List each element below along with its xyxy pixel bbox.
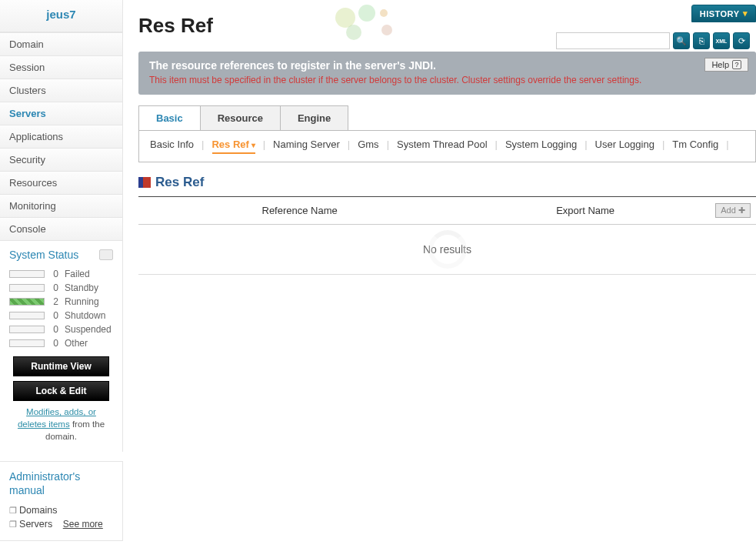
subtab-basic-info[interactable]: Basic Info	[150, 139, 194, 154]
subtab-bar: Basic Info| Res Ref| Naming Server| Gms|…	[138, 130, 756, 162]
status-shutdown: 0Shutdown	[9, 309, 113, 322]
plus-icon: ✚	[738, 206, 745, 216]
search-icon[interactable]: 🔍	[673, 32, 690, 49]
admin-manual: Administrator's manual Domains Servers S…	[0, 461, 123, 540]
resref-table: Reference Name Export Name Add✚	[138, 196, 756, 225]
subtab-user-logging[interactable]: User Logging	[595, 139, 654, 154]
help-icon: ?	[732, 60, 741, 69]
manual-domains[interactable]: Domains	[9, 503, 113, 518]
status-running: 2Running	[9, 295, 113, 309]
info-banner: Help? The resource references to registe…	[138, 52, 756, 95]
subtab-system-thread-pool[interactable]: System Thread Pool	[397, 139, 488, 154]
nav-session[interactable]: Session	[0, 56, 123, 79]
nav-resources[interactable]: Resources	[0, 172, 123, 195]
help-button[interactable]: Help?	[704, 58, 748, 72]
spinner-icon	[428, 230, 467, 269]
banner-message: This item must be specified in the clust…	[149, 75, 745, 85]
status-failed: 0Failed	[9, 267, 113, 281]
see-more-link[interactable]: See more	[63, 519, 103, 530]
status-other: 0Other	[9, 336, 113, 350]
tab-resource[interactable]: Resource	[200, 105, 281, 130]
nav-domain[interactable]: Domain	[0, 32, 123, 56]
subtab-naming-server[interactable]: Naming Server	[273, 139, 340, 154]
manual-title: Administrator's manual	[9, 469, 113, 502]
sidebar: jeus7 Domain Session Clusters Servers Ap…	[0, 0, 123, 541]
edit-description: Modifies, adds, or deletes items from th…	[9, 406, 113, 443]
nav-monitoring[interactable]: Monitoring	[0, 195, 123, 218]
toolbar: 🔍 ⎘ XML ⟳	[556, 32, 750, 49]
reload-icon[interactable]: ⟳	[733, 32, 750, 49]
status-suspended: 0Suspended	[9, 322, 113, 336]
status-title-text: System Status	[9, 249, 78, 261]
runtime-view-button[interactable]: Runtime View	[13, 356, 108, 376]
col-reference-name: Reference Name	[138, 196, 461, 224]
tab-engine[interactable]: Engine	[280, 105, 348, 130]
subtab-tm-config[interactable]: Tm Config	[672, 139, 718, 154]
nav-console[interactable]: Console	[0, 218, 123, 241]
banner-title: The resource references to register in t…	[149, 59, 745, 72]
add-button[interactable]: Add✚	[715, 203, 751, 218]
nav-security[interactable]: Security	[0, 149, 123, 172]
section-title: Res Ref	[155, 175, 204, 190]
section-header: Res Ref	[138, 175, 756, 190]
col-export-name: Export Name	[461, 196, 710, 224]
lock-edit-button[interactable]: Lock & Edit	[13, 381, 108, 401]
sidebar-title[interactable]: jeus7	[0, 0, 123, 32]
system-status: System Status 0Failed 0Standby 2Running …	[0, 241, 123, 452]
subtab-gms[interactable]: Gms	[358, 139, 378, 154]
export-icon[interactable]: ⎘	[693, 32, 710, 49]
flag-icon	[138, 177, 151, 188]
main-content: HISTORY▾ Res Ref 🔍 ⎘ XML ⟳ Help? The res…	[123, 0, 756, 541]
status-standby: 0Standby	[9, 281, 113, 295]
nav-applications[interactable]: Applications	[0, 125, 123, 149]
tab-basic[interactable]: Basic	[138, 105, 201, 130]
manual-servers[interactable]: Servers	[9, 516, 52, 532]
tab-bar: Basic Resource Engine	[138, 105, 756, 130]
nav-servers[interactable]: Servers	[0, 102, 123, 125]
no-results: No results	[138, 225, 756, 275]
history-button[interactable]: HISTORY▾	[691, 5, 756, 22]
status-refresh-icon[interactable]	[99, 249, 113, 260]
chevron-down-icon: ▾	[743, 8, 748, 18]
nav-list: Domain Session Clusters Servers Applicat…	[0, 32, 123, 241]
subtab-system-logging[interactable]: System Logging	[505, 139, 577, 154]
subtab-res-ref[interactable]: Res Ref	[211, 139, 255, 150]
nav-clusters[interactable]: Clusters	[0, 79, 123, 102]
xml-icon[interactable]: XML	[713, 32, 730, 49]
search-input[interactable]	[556, 32, 670, 49]
